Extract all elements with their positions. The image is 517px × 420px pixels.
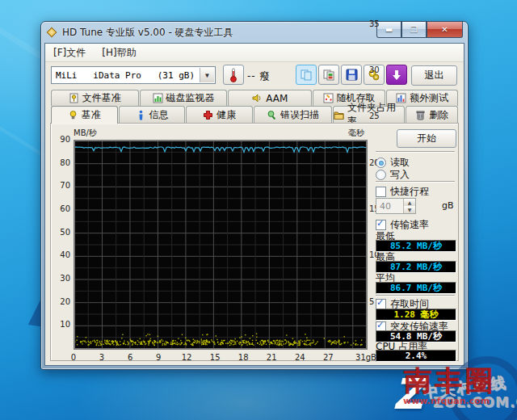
capacity-unit: gB	[442, 200, 454, 211]
save-button[interactable]	[341, 65, 362, 85]
minimize-icon: ▬	[385, 26, 393, 34]
close-button[interactable]: ✕	[427, 22, 463, 38]
tab-error-scan[interactable]: 错误扫描	[254, 106, 332, 123]
disk-monitor-icon	[153, 93, 163, 103]
temperature-readout: -- 癈	[247, 69, 271, 83]
update-download-button[interactable]	[386, 65, 407, 85]
tab-erase[interactable]: 删除	[406, 106, 458, 123]
file-benchmark-icon	[69, 93, 79, 103]
copy-image-button[interactable]	[318, 65, 339, 85]
right-axis-tick: 25	[369, 111, 384, 120]
cpu-value: 2.4%	[376, 350, 456, 362]
start-button[interactable]: 开始	[397, 129, 456, 148]
tab-benchmark[interactable]: 基准	[51, 106, 118, 124]
tab-health[interactable]: 健康	[186, 106, 253, 123]
short-stroke-checkbox[interactable]: 快捷行程	[376, 185, 429, 199]
separator	[376, 181, 455, 183]
benchmark-lamp-icon	[68, 110, 78, 120]
x-axis-tick: 21	[267, 353, 277, 362]
x-axis-tick: 24	[295, 353, 305, 362]
tab-label: AAM	[266, 93, 288, 104]
menu-file[interactable]: [F]文件	[45, 44, 94, 61]
arrow-down-icon	[391, 69, 402, 81]
drive-dropdown[interactable]: MiLi iData Pro (31 gB) ▼	[51, 66, 216, 84]
radio-icon[interactable]	[376, 170, 386, 180]
write-label: 写入	[390, 168, 410, 182]
arrow-down-icon[interactable]: ▼	[404, 206, 415, 213]
title-bar[interactable]: HD Tune 专业版 v5.00 - 硬盘专业工具 ▬ ❒ ✕	[41, 22, 468, 43]
separator	[376, 295, 455, 296]
y-axis-tick: 70	[54, 181, 70, 190]
chevron-down-icon[interactable]: ▼	[200, 68, 214, 82]
y-axis-tick: 90	[54, 135, 70, 144]
hdtune-window: HD Tune 专业版 v5.00 - 硬盘专业工具 ▬ ❒ ✕ [F]文件 […	[40, 21, 469, 370]
speaker-icon	[252, 93, 263, 103]
close-icon: ✕	[441, 26, 448, 34]
radio-selected-icon[interactable]	[376, 158, 386, 168]
access-time-value: 1.28 毫秒	[376, 309, 456, 321]
tab-label: 健康	[216, 108, 236, 122]
x-axis-tick: 18	[238, 353, 249, 362]
folder-icon	[334, 110, 344, 120]
window-client-area: [F]文件 [H]帮助 MiLi iData Pro (31 gB) ▼	[44, 43, 464, 366]
right-axis-tick: 30	[369, 65, 384, 74]
trash-icon	[415, 110, 426, 120]
y-axis-tick: 10	[54, 320, 70, 329]
tab-row-primary: 基准 信息 健康 错误扫描 文件夹占用率	[51, 106, 458, 123]
short-stroke-label: 快捷行程	[390, 185, 429, 199]
thermometer-icon	[229, 68, 238, 82]
tab-aam[interactable]: AAM	[228, 90, 312, 106]
maximize-icon: ❒	[410, 26, 418, 34]
separator	[376, 151, 455, 153]
x-axis-tick: 6	[128, 353, 132, 362]
app-icon	[46, 27, 57, 38]
tab-label: 文件基准	[82, 91, 121, 105]
scatter-icon	[323, 93, 334, 103]
desktop-background: HD Tune 专业版 v5.00 - 硬盘专业工具 ▬ ❒ ✕ [F]文件 […	[0, 0, 517, 420]
tab-file-benchmark[interactable]: 文件基准	[51, 90, 139, 106]
copy-icon	[300, 69, 313, 82]
tab-disk-monitor[interactable]: 磁盘监视器	[140, 90, 228, 106]
magnifier-icon	[267, 110, 277, 120]
toolbar: MiLi iData Pro (31 gB) ▼ -- 癈	[45, 62, 464, 88]
x-axis-tick: 3	[99, 353, 104, 362]
x-axis-tick: 15	[210, 353, 221, 362]
y-axis-tick: 30	[54, 274, 70, 283]
maximize-button[interactable]: ❒	[401, 22, 427, 38]
x-axis-tick: 0	[71, 353, 76, 362]
transfer-rate-label: 传输速率	[390, 218, 429, 232]
benchmark-chart	[74, 140, 368, 350]
write-radio[interactable]: 写入	[376, 168, 410, 182]
stepper-value: 40	[376, 199, 403, 213]
tab-info[interactable]: 信息	[119, 106, 186, 123]
stepper-arrows[interactable]: ▲▼	[403, 199, 415, 213]
y-axis-tick: 20	[54, 297, 70, 306]
forum-url: www.nfquan.com	[403, 396, 490, 406]
drive-capacity: (31 gB)	[158, 70, 195, 81]
x-axis-tick: 9	[156, 353, 161, 362]
x-axis-tick: 27	[323, 353, 334, 362]
short-stroke-stepper[interactable]: 40 ▲▼	[376, 198, 416, 214]
health-cross-icon	[203, 110, 213, 120]
copy-image-icon	[322, 69, 335, 82]
left-axis-title: MB/秒	[74, 128, 97, 139]
y-axis-tick: 50	[54, 228, 70, 237]
tab-label: 删除	[429, 108, 448, 122]
tab-label: 磁盘监视器	[166, 91, 215, 105]
menu-help[interactable]: [H]帮助	[94, 44, 144, 61]
right-axis-title: 毫秒	[348, 128, 364, 139]
save-icon	[346, 69, 358, 81]
y-axis-tick: 60	[54, 204, 70, 213]
caption-buttons: ▬ ❒ ✕	[376, 22, 463, 38]
temperature-button[interactable]	[223, 65, 244, 85]
copy-screenshot-button[interactable]	[296, 65, 317, 85]
exit-button[interactable]: 退出	[411, 65, 457, 86]
tab-label: 信息	[149, 108, 169, 122]
y-axis-tick: 40	[54, 250, 70, 259]
checkbox-icon[interactable]	[376, 187, 386, 197]
arrow-up-icon[interactable]: ▲	[404, 199, 415, 206]
chart-canvas	[74, 141, 367, 349]
benchmark-page: MB/秒 毫秒 908070605040302010 4540353025201…	[50, 123, 459, 361]
info-icon	[136, 110, 146, 120]
tab-label: 基准	[82, 108, 101, 122]
